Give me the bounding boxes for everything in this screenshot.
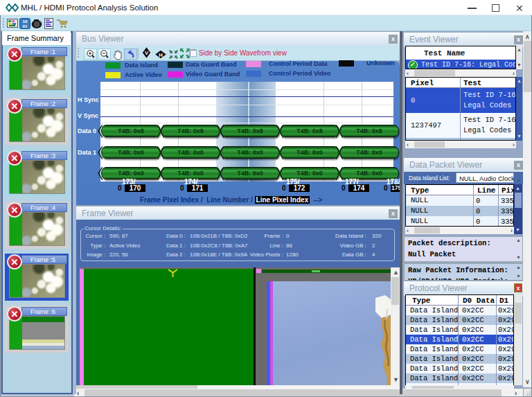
svg-text:01: 01 <box>22 24 28 29</box>
svg-text:10: 10 <box>22 19 28 24</box>
svg-text:V: V <box>145 50 149 56</box>
svg-text:H: H <box>159 52 163 58</box>
